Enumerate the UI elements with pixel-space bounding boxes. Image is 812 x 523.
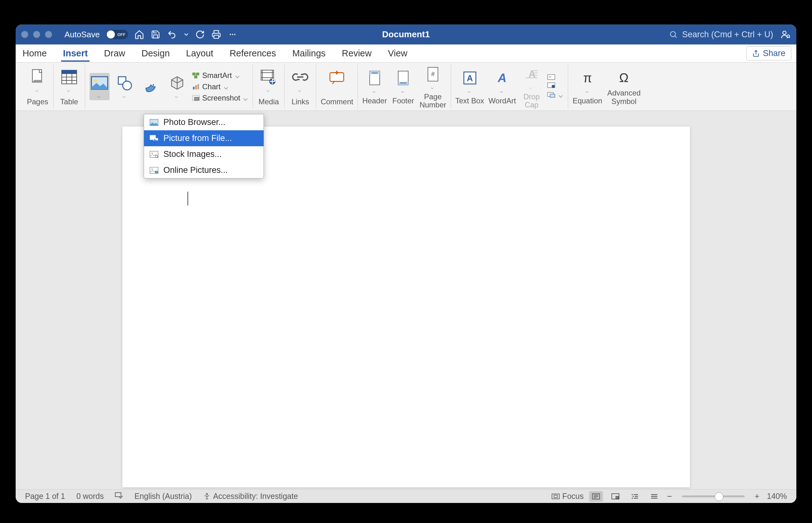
group-symbols: π⌵ Equation Ω Advanced Symbol [568,65,645,109]
menu-picture-from-file[interactable]: Picture from File... [144,130,263,146]
zoom-slider[interactable] [682,495,745,497]
tab-insert[interactable]: Insert [61,45,90,62]
menu-stock-images[interactable]: Stock Images... [144,146,263,162]
autosave-toggle[interactable]: OFF [106,30,128,39]
group-media: ⌵ Media [253,65,284,109]
document-page[interactable] [123,127,690,487]
language[interactable]: English (Austria) [134,492,191,501]
equation-icon: π [580,71,595,85]
search-icon [669,30,678,39]
header-button[interactable]: ⌵ [364,68,386,95]
equation-button[interactable]: π⌵ [576,68,599,95]
tab-review[interactable]: Review [340,45,373,62]
picture-icon [150,119,159,126]
media-button[interactable]: ⌵ [257,67,280,94]
more-icon[interactable] [227,30,238,39]
zoom-in-button[interactable]: + [755,491,759,501]
maximize-icon[interactable] [45,31,52,38]
svg-text:#: # [431,70,435,77]
focus-mode-button[interactable]: Focus [552,492,584,501]
spell-check-icon[interactable] [115,492,123,501]
tab-home[interactable]: Home [21,45,49,62]
symbol-button[interactable]: Ω [613,68,635,88]
chevron-down-icon: ⌵ [298,87,303,93]
object-button[interactable]: ⌵ [547,91,564,99]
search-field[interactable]: Search (Cmd + Ctrl + U) [669,30,773,39]
close-icon[interactable] [21,31,28,38]
drop-cap-button[interactable]: A⌵ [520,64,543,91]
screenshot-icon [192,95,200,101]
text-cursor [187,192,188,205]
tab-design[interactable]: Design [140,45,171,62]
profile-icon[interactable] [781,30,791,39]
svg-rect-16 [196,73,199,75]
menu-online-pictures[interactable]: Online Pictures... [144,162,263,178]
zoom-level[interactable]: 140% [765,492,787,501]
header-icon [368,70,381,86]
minimize-icon[interactable] [33,31,40,38]
pages-button[interactable]: ⌵ [26,67,49,94]
document-canvas[interactable] [16,111,796,489]
web-layout-view[interactable] [609,491,622,502]
icons-button[interactable] [140,77,162,97]
group-header-footer: ⌵ Header ⌵ Footer #⌵ Page Number [358,65,451,109]
date-time-button[interactable] [547,83,564,88]
footer-button[interactable]: ⌵ [392,68,414,95]
wordart-button[interactable]: A⌵ [491,68,513,95]
home-icon[interactable] [134,30,144,39]
table-button[interactable]: ⌵ [58,67,80,94]
bird-icon [143,79,159,94]
tab-draw[interactable]: Draw [102,45,127,62]
text-box-button[interactable]: A⌵ [459,68,481,95]
symbol-icon: Ω [616,71,631,85]
smartart-button[interactable]: SmartArt⌵ [192,71,248,80]
3d-models-button[interactable]: ⌵ [166,73,188,100]
page-number-button[interactable]: #⌵ [422,64,444,91]
signature-button[interactable] [547,74,564,80]
svg-point-55 [206,493,207,495]
links-button[interactable]: ⌵ [289,67,312,94]
tab-references[interactable]: References [227,45,278,62]
object-icon [547,92,555,98]
undo-icon[interactable] [167,30,177,39]
svg-point-3 [234,34,235,35]
illustrations-stack: SmartArt⌵ Chart⌵ Screenshot⌵ [192,71,248,103]
tab-mailings[interactable]: Mailings [291,45,328,62]
svg-text:A: A [467,74,473,83]
svg-text:Ω: Ω [619,71,629,85]
shapes-button[interactable]: ⌵ [113,73,136,100]
save-icon[interactable] [151,30,161,39]
svg-rect-22 [195,97,199,100]
menu-photo-browser[interactable]: Photo Browser... [144,114,263,130]
group-text: A⌵ Text Box A⌵ WordArt A⌵ Drop Cap ⌵ [451,65,569,109]
draft-view[interactable] [647,491,661,502]
undo-dropdown[interactable] [184,30,189,39]
accessibility-status[interactable]: Accessibility: Investigate [203,492,298,501]
svg-text:π: π [583,71,592,85]
svg-point-1 [230,34,231,35]
svg-rect-15 [192,73,195,75]
tab-view[interactable]: View [386,45,409,62]
tab-layout[interactable]: Layout [184,45,215,62]
window-controls[interactable] [21,31,52,38]
zoom-out-button[interactable]: − [667,491,672,501]
word-count[interactable]: 0 words [76,492,104,501]
print-icon[interactable] [211,30,221,39]
redo-icon[interactable] [195,30,205,39]
pictures-button[interactable]: ⌵ [90,73,110,100]
drop-cap-icon: A [524,67,539,82]
svg-rect-48 [150,151,158,158]
svg-rect-9 [62,70,77,74]
svg-point-44 [151,120,153,122]
wordart-icon: A [495,71,509,85]
chevron-down-icon: ⌵ [97,93,103,99]
outline-view[interactable] [628,491,642,502]
comment-button[interactable] [326,67,348,87]
print-layout-view[interactable] [589,491,603,502]
svg-text:A: A [498,71,507,85]
page-info[interactable]: Page 1 of 1 [25,492,65,501]
screenshot-button[interactable]: Screenshot⌵ [192,94,248,103]
share-button[interactable]: Share [746,46,791,60]
chevron-down-icon: ⌵ [123,93,127,99]
chart-button[interactable]: Chart⌵ [192,83,248,91]
